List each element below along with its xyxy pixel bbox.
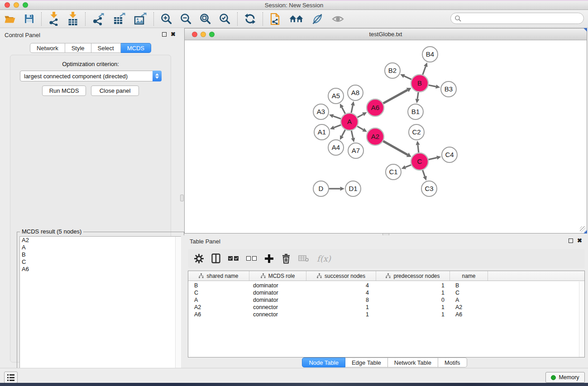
graph-node-C1[interactable]: C1 [386,164,401,180]
graph-node-C[interactable]: C [411,153,428,170]
table-cell[interactable]: dominator [249,282,306,289]
delete-column-button[interactable] [282,253,291,264]
column-header-mcds-role[interactable]: MCDS role [249,271,306,281]
table-row[interactable]: A6connector11A6 [188,311,584,318]
first-neighbors-button[interactable] [285,11,308,27]
graph-edge-A-A4[interactable] [342,130,345,136]
graph-edge-B-B1[interactable] [417,92,418,99]
table-cell[interactable]: 0 [376,296,450,304]
tab-network-table[interactable]: Network Table [388,357,438,367]
float-panel-icon[interactable] [162,32,167,37]
graph-node-A8[interactable]: A8 [348,85,363,100]
network-graph-canvas[interactable]: B4B2BB3A8A5A6A3B1AA1C2A2A4A7C4CC1DD1C3 [185,40,586,233]
graph-edge-A-A8[interactable] [351,105,353,113]
graph-edge-B-B3[interactable] [429,85,436,86]
graph-node-A5[interactable]: A5 [328,88,344,104]
table-cell[interactable]: A6 [188,311,249,318]
graph-node-A3[interactable]: A3 [313,104,329,119]
table-cell[interactable]: 1 [306,311,376,318]
export-image-button[interactable] [130,11,151,27]
graph-edge-C-C4[interactable] [429,157,437,159]
graph-node-C2[interactable]: C2 [409,124,424,140]
vertical-splitter-handle[interactable] [180,195,184,201]
close-panel-button[interactable]: Close panel [91,86,139,96]
save-session-button[interactable] [20,11,38,27]
table-cell[interactable]: connector [249,304,306,311]
export-network-button[interactable] [88,11,109,27]
graph-node-A6[interactable]: A6 [367,99,384,116]
graph-node-B[interactable]: B [411,75,428,92]
table-cell[interactable]: C [450,289,488,296]
column-header-name[interactable]: name [450,271,488,281]
table-row[interactable]: Adominator80A [188,296,584,304]
table-cell[interactable]: 1 [306,304,376,311]
close-panel-icon[interactable]: ✖ [577,238,582,243]
tab-select[interactable]: Select [91,43,121,53]
graph-edge-C-C2[interactable] [418,145,419,152]
result-scrollbar[interactable] [175,237,181,384]
node-table[interactable]: shared nameMCDS rolesuccessor nodesprede… [188,271,585,357]
task-history-button[interactable] [4,372,18,383]
float-panel-icon[interactable] [569,238,573,243]
table-cell[interactable]: dominator [249,296,306,304]
tab-style[interactable]: Style [65,43,91,53]
search-field[interactable] [450,13,584,24]
tab-mcds[interactable]: MCDS [121,43,151,53]
graph-node-A7[interactable]: A7 [348,143,363,158]
table-cell[interactable]: 1 [376,311,450,318]
table-cell[interactable]: A2 [188,304,249,311]
graph-edge-B-B2[interactable] [404,76,411,79]
column-header-successor-nodes[interactable]: successor nodes [306,271,376,281]
table-cell[interactable]: 1 [376,304,450,311]
graph-edge-A-A2[interactable] [357,126,363,130]
table-row[interactable]: A2connector11A2 [188,304,584,311]
result-item[interactable]: A [20,244,181,251]
table-cell[interactable]: 8 [306,296,376,304]
zoom-in-button[interactable] [157,11,176,27]
table-cell[interactable]: 4 [306,282,376,289]
table-scrollbar[interactable] [579,281,584,357]
table-cell[interactable]: B [450,282,488,289]
select-all-button[interactable] [228,256,239,261]
mcds-result-list[interactable]: A2ABCA6 [19,236,182,385]
new-network-from-selection-button[interactable] [266,11,285,27]
import-table-button[interactable] [63,11,82,27]
refresh-layout-button[interactable] [240,11,260,27]
zoom-fit-button[interactable] [196,11,215,27]
tab-node-table[interactable]: Node Table [302,357,345,367]
result-item[interactable]: A6 [20,266,181,273]
graph-node-B3[interactable]: B3 [441,81,456,97]
table-cell[interactable]: connector [249,311,306,318]
table-cell[interactable]: 1 [376,289,450,296]
run-mcds-button[interactable]: Run MCDS [42,86,86,96]
zoom-selected-button[interactable] [215,11,234,27]
close-panel-icon[interactable]: ✖ [171,32,176,37]
graph-node-B1[interactable]: B1 [408,104,423,119]
hide-annotations-button[interactable] [308,11,328,27]
graph-node-C3[interactable]: C3 [421,181,437,196]
show-graphics-button[interactable] [328,11,348,27]
graph-edge-A-A1[interactable] [334,125,341,128]
tab-edge-table[interactable]: Edge Table [345,357,388,367]
show-column-button[interactable] [211,253,220,263]
zoom-out-button[interactable] [176,11,196,27]
search-input[interactable] [462,14,583,23]
function-builder-button[interactable]: f(x) [317,254,331,263]
graph-edge-B-B4[interactable] [423,67,426,75]
delete-table-button[interactable] [298,255,309,262]
table-row[interactable]: Cdominator41C [188,289,584,296]
result-item[interactable]: B [20,251,181,258]
graph-edge-A-A5[interactable] [342,107,345,114]
graph-node-C4[interactable]: C4 [442,147,457,162]
graph-node-A1[interactable]: A1 [314,124,330,140]
table-cell[interactable]: A6 [450,311,488,318]
graph-edge-A6-B[interactable] [383,90,408,104]
graph-edge-A-A3[interactable] [333,116,341,119]
graph-edge-A-A6[interactable] [358,114,363,118]
graph-edge-C-C1[interactable] [405,165,411,167]
tab-network[interactable]: Network [30,43,65,53]
open-session-button[interactable] [0,11,20,27]
deselect-all-button[interactable] [246,256,257,261]
table-settings-button[interactable] [194,254,204,263]
table-cell[interactable]: C [188,289,249,296]
